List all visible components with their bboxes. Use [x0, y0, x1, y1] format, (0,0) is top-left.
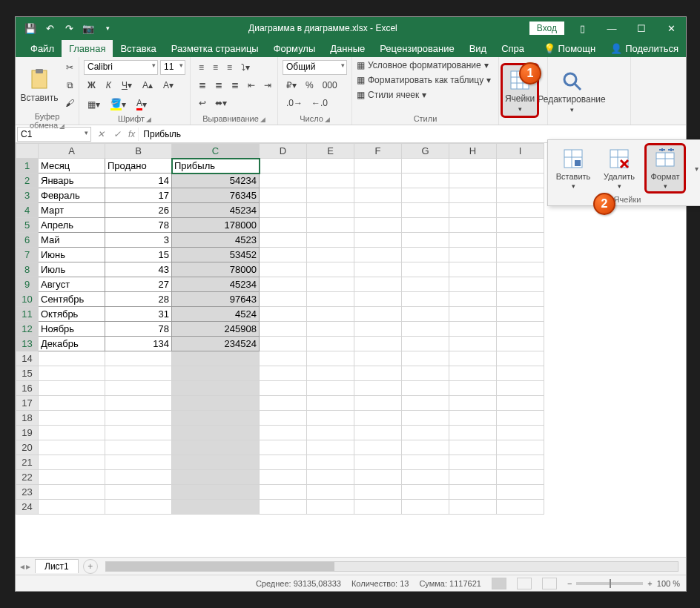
cell[interactable] — [39, 500, 105, 515]
cell[interactable] — [172, 455, 260, 470]
cell[interactable] — [260, 248, 307, 262]
insert-cells-button[interactable]: Вставить▾ — [552, 143, 594, 194]
cell[interactable] — [260, 426, 307, 440]
cell[interactable] — [354, 455, 402, 470]
view-page-break-icon[interactable] — [542, 578, 557, 589]
format-as-table-button[interactable]: ▦Форматировать как таблицу▾ — [357, 75, 491, 85]
underline-button[interactable]: Ч▾ — [118, 78, 136, 93]
cell[interactable] — [354, 485, 402, 500]
cell[interactable] — [260, 292, 307, 307]
cell[interactable] — [402, 426, 449, 440]
popup-expand-icon[interactable]: ▾ — [690, 143, 700, 194]
horizontal-scrollbar[interactable] — [105, 561, 678, 572]
cell[interactable]: Месяц — [39, 159, 105, 174]
tab-review[interactable]: Рецензирование — [372, 40, 461, 57]
cell[interactable] — [497, 277, 544, 292]
cell[interactable]: 15 — [105, 248, 172, 262]
cell[interactable]: Продано — [105, 159, 172, 174]
ribbon-display-icon[interactable]: ▯ — [567, 17, 597, 39]
column-header[interactable]: E — [307, 144, 354, 159]
cell[interactable] — [402, 233, 449, 248]
cell[interactable] — [402, 351, 449, 366]
cell[interactable] — [260, 381, 307, 396]
name-box[interactable]: C1 — [17, 127, 91, 142]
save-icon[interactable]: 💾 — [22, 19, 39, 37]
cell[interactable] — [39, 485, 105, 500]
cell[interactable] — [307, 337, 354, 351]
decrease-decimal-icon[interactable]: ←.0 — [308, 96, 331, 110]
row-header[interactable]: 18 — [16, 411, 39, 426]
row-header[interactable]: 24 — [16, 500, 39, 515]
new-sheet-icon[interactable]: + — [83, 559, 98, 574]
cell[interactable] — [497, 381, 544, 396]
tab-formulas[interactable]: Формулы — [266, 40, 323, 57]
cell[interactable] — [307, 351, 354, 366]
cell[interactable] — [402, 262, 449, 277]
cell[interactable] — [449, 233, 497, 248]
cell[interactable] — [260, 455, 307, 470]
cell[interactable]: 45234 — [172, 277, 260, 292]
align-center-icon[interactable]: ≣ — [211, 78, 226, 93]
cell[interactable]: 26 — [105, 203, 172, 218]
cell[interactable]: Январь — [39, 174, 105, 188]
row-header[interactable]: 19 — [16, 426, 39, 440]
cell[interactable] — [497, 396, 544, 411]
cell[interactable] — [497, 500, 544, 515]
cell[interactable] — [402, 159, 449, 174]
cell[interactable] — [105, 366, 172, 381]
row-header[interactable]: 17 — [16, 396, 39, 411]
zoom-out-icon[interactable]: − — [567, 579, 572, 588]
cell[interactable] — [307, 262, 354, 277]
cell[interactable] — [402, 337, 449, 351]
cell[interactable] — [172, 381, 260, 396]
cell[interactable] — [307, 322, 354, 337]
zoom-slider[interactable] — [576, 582, 643, 585]
cell[interactable] — [307, 470, 354, 485]
font-color-icon[interactable]: А▾ — [133, 96, 151, 113]
decrease-indent-icon[interactable]: ⇤ — [244, 78, 259, 93]
cell[interactable] — [449, 470, 497, 485]
cell[interactable] — [497, 262, 544, 277]
row-header[interactable]: 12 — [16, 322, 39, 337]
cell[interactable] — [354, 396, 402, 411]
cell[interactable] — [497, 248, 544, 262]
cell[interactable] — [39, 366, 105, 381]
cell[interactable] — [39, 351, 105, 366]
cell[interactable] — [307, 277, 354, 292]
row-header[interactable]: 23 — [16, 485, 39, 500]
cell[interactable] — [39, 396, 105, 411]
cell[interactable] — [307, 248, 354, 262]
cell[interactable] — [449, 307, 497, 322]
cell[interactable] — [449, 188, 497, 203]
cell[interactable]: Сентябрь — [39, 292, 105, 307]
row-header[interactable]: 21 — [16, 455, 39, 470]
cell[interactable] — [105, 411, 172, 426]
cell[interactable] — [354, 381, 402, 396]
sheet-nav-prev-icon[interactable]: ◂ — [20, 561, 24, 572]
maximize-icon[interactable]: ☐ — [627, 17, 656, 39]
cell[interactable]: 78 — [105, 218, 172, 233]
cell[interactable] — [402, 322, 449, 337]
cell[interactable] — [402, 277, 449, 292]
cell[interactable] — [354, 307, 402, 322]
cell[interactable]: Август — [39, 277, 105, 292]
cancel-formula-icon[interactable]: ✕ — [93, 129, 109, 139]
cell[interactable] — [402, 307, 449, 322]
cell[interactable] — [172, 485, 260, 500]
cell[interactable] — [307, 426, 354, 440]
row-header[interactable]: 10 — [16, 292, 39, 307]
select-all-cell[interactable] — [16, 144, 39, 159]
cell[interactable] — [105, 485, 172, 500]
cell[interactable]: 14 — [105, 174, 172, 188]
cell[interactable] — [260, 188, 307, 203]
formula-input[interactable]: Прибыль — [138, 128, 686, 141]
cell[interactable]: 76345 — [172, 188, 260, 203]
align-bottom-icon[interactable]: ≡ — [223, 60, 236, 75]
cell[interactable] — [307, 396, 354, 411]
cell[interactable] — [307, 174, 354, 188]
cell[interactable] — [497, 188, 544, 203]
share-button[interactable]: 👤Поделиться — [603, 40, 686, 57]
cell[interactable] — [449, 203, 497, 218]
cell[interactable] — [260, 218, 307, 233]
camera-icon[interactable]: 📷 — [79, 19, 97, 37]
